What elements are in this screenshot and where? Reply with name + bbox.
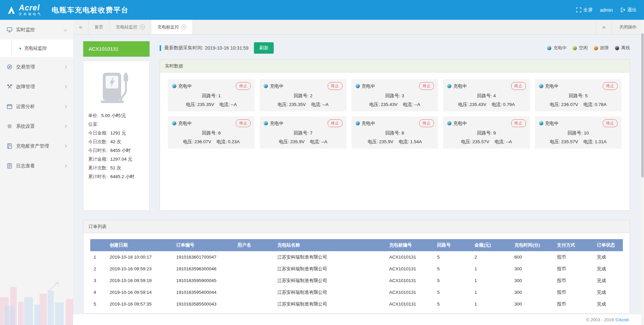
circuit-meter-row: 电压:235.9V 电流:--A — [264, 139, 342, 145]
pile-info-value: 6455 小时 — [110, 146, 131, 155]
tabs-scroll-right-button[interactable]: » — [596, 20, 611, 34]
order-cell: 1 — [471, 298, 511, 310]
stop-charging-button[interactable]: 终止 — [603, 119, 618, 127]
order-column-header: 用户名 — [234, 239, 274, 251]
vertical-scrollbar[interactable] — [641, 20, 644, 325]
charging-status-dot-icon — [447, 121, 451, 125]
tab-station-monitor[interactable]: 充电站监控 × — [110, 20, 151, 34]
pile-info-line: 位置: — [88, 120, 145, 129]
chevron-down-icon — [64, 28, 67, 32]
close-operations-button[interactable]: 关闭操作 — [611, 20, 644, 34]
scrollbar-thumb[interactable] — [641, 33, 644, 177]
stop-charging-button[interactable]: 终止 — [511, 119, 526, 127]
circuit-number-value: 6 — [218, 130, 221, 136]
pile-info-label: 今日金额: — [88, 129, 108, 138]
stop-charging-button[interactable]: 终止 — [603, 82, 618, 90]
tabs-scroll-left-button[interactable]: « — [73, 20, 89, 34]
pile-info-value: 1291 元 — [110, 129, 126, 138]
pile-summary-panel: ACX1010131 — [83, 41, 150, 211]
stop-charging-button[interactable]: 终止 — [419, 119, 434, 127]
circuit-number-label: 回路号: — [569, 93, 584, 98]
legend-item-fault: 故障 — [594, 45, 609, 51]
order-cell: 600 — [511, 251, 553, 263]
stop-charging-button[interactable]: 终止 — [328, 119, 342, 127]
acrel-link[interactable]: ©Acrel — [615, 317, 629, 322]
current-value: --A — [322, 102, 328, 107]
legend-label: 故障 — [600, 45, 609, 51]
sidebar-item-label: 交易管理 — [16, 64, 35, 70]
charging-status-dot-icon — [356, 121, 360, 125]
user-menu[interactable]: admin — [600, 7, 613, 13]
stop-charging-button[interactable]: 终止 — [236, 119, 251, 127]
close-tab-icon[interactable]: × — [140, 24, 145, 30]
refresh-button[interactable]: 刷新 — [254, 42, 274, 54]
voltage-label: 电压: — [183, 139, 194, 144]
stop-charging-button[interactable]: 终止 — [328, 82, 342, 90]
circuit-status-label: 充电中 — [178, 83, 192, 89]
order-list-title: 订单列表 — [84, 220, 630, 233]
order-row[interactable]: 42019-10-16 09:59:141910163595400044江苏安科… — [90, 286, 623, 298]
gear-icon — [7, 123, 12, 129]
sidebar-item-system-settings[interactable]: 系统设置 — [0, 116, 73, 136]
circuit-number-row: 回路号:3 — [356, 93, 434, 99]
circuit-status-label: 充电中 — [270, 120, 283, 126]
sidebar-item-transactions[interactable]: 交易管理 — [0, 57, 73, 77]
order-cell: 300 — [511, 286, 553, 298]
order-row[interactable]: 52019-10-16 09:57:351910163585500043江苏安科… — [90, 298, 623, 310]
order-row[interactable]: 22019-10-16 09:59:231910163596300046江苏安科… — [90, 263, 623, 275]
current-label: 电流: — [311, 102, 322, 107]
order-cell: 江苏安科瑞制造有限公司 — [274, 263, 386, 275]
order-cell: 2 — [471, 251, 511, 263]
circuit-grid: 充电中 终止 回路号:1 电压:235.35V 电流:--A 充电中 终止 回路… — [160, 72, 630, 210]
circuit-number-label: 回路号: — [202, 93, 217, 98]
stop-charging-button[interactable]: 终止 — [511, 82, 526, 90]
logout-icon — [620, 7, 625, 12]
charging-status-dot-icon — [539, 121, 543, 125]
current-label: 电流: — [492, 102, 502, 107]
order-cell: ACX1010131 — [386, 298, 434, 310]
order-cell — [234, 251, 274, 263]
order-cell: 投币 — [554, 263, 594, 275]
sidebar-item-faults[interactable]: 故障管理 — [0, 77, 73, 97]
order-cell: 2 — [90, 263, 106, 275]
order-cell: 完成 — [594, 263, 623, 275]
order-row[interactable]: 12019-10-16 10:00:171910163601700047江苏安科… — [90, 251, 623, 263]
voltage-value: 235.57V — [472, 139, 489, 144]
chevron-right-icon — [64, 65, 67, 69]
order-cell: 完成 — [594, 298, 623, 310]
stop-charging-button[interactable]: 终止 — [236, 82, 251, 90]
stop-charging-button[interactable]: 终止 — [419, 82, 434, 90]
close-tab-icon[interactable]: × — [181, 24, 186, 30]
circuit-status-label: 充电中 — [545, 120, 559, 126]
sidebar-item-charging-station-monitor[interactable]: 充电站监控 — [0, 40, 73, 57]
header-actions: 全屏 admin 退出 — [576, 7, 637, 13]
page-title: 电瓶车充电桩收费平台 — [52, 5, 129, 15]
pile-info-label: 位置: — [88, 120, 99, 129]
fullscreen-button[interactable]: 全屏 — [576, 7, 593, 13]
sidebar-item-pile-assets[interactable]: 充电桩资产管理 — [0, 136, 73, 156]
logout-button[interactable]: 退出 — [620, 7, 637, 13]
order-cell: 300 — [511, 275, 553, 286]
pile-info-label: 单价: — [88, 111, 99, 120]
order-cell: 完成 — [594, 251, 623, 263]
voltage-value: 235.9V — [290, 139, 305, 144]
circuit-number-value: 9 — [493, 130, 496, 136]
sidebar-item-operations-analysis[interactable]: 运营分析 — [0, 97, 73, 116]
order-cell: 5 — [434, 298, 471, 310]
order-cell: 1910163595400044 — [173, 286, 234, 298]
tab-pile-monitor[interactable]: 充电桩监控 × — [151, 20, 193, 34]
order-row[interactable]: 32019-10-16 09:59:191910163595900045江苏安科… — [90, 275, 623, 286]
tab-home[interactable]: 首页 — [89, 20, 110, 34]
pile-summary-body: 单价: 5.00 小时/元 位置: 今日金额: 1291 元 今日次数: 42 … — [83, 61, 150, 211]
voltage-value: 235.9V — [379, 139, 393, 144]
orders-table: 创建日期 订单编号 用户名 充电站名称 充电桩编号 回路号 金额(元) 充电时间… — [90, 239, 623, 310]
pile-info-line: 今日次数: 42 次 — [88, 138, 145, 146]
sidebar-item-logs[interactable]: 日志查看 — [0, 156, 73, 176]
sidebar-item-realtime-monitor[interactable]: 实时监控 — [0, 20, 73, 40]
voltage-label: 电压: — [458, 102, 469, 107]
circuit-card: 充电中 终止 回路号:3 电压:235.43V 电流:--A — [352, 79, 438, 111]
accent-bar — [160, 45, 161, 51]
order-header-row: 创建日期 订单编号 用户名 充电站名称 充电桩编号 回路号 金额(元) 充电时间… — [90, 239, 623, 251]
circuit-meter-row: 电压:235.43V 电流:0.79A — [447, 102, 526, 108]
order-cell: 投币 — [554, 286, 594, 298]
